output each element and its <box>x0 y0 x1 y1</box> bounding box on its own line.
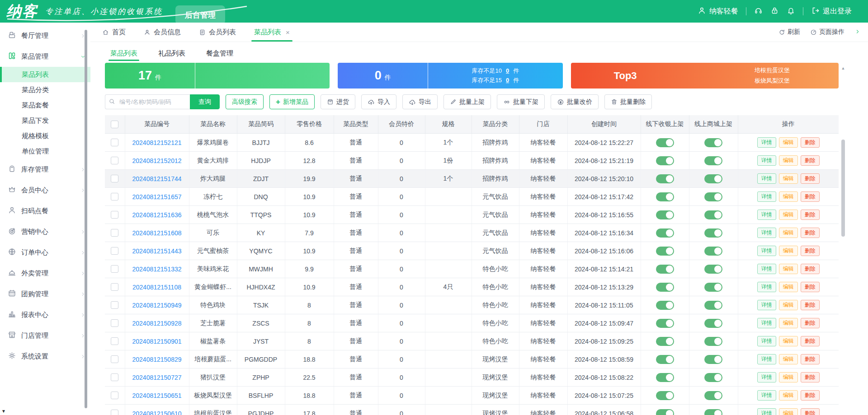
mall-onshelf-toggle[interactable] <box>704 301 722 310</box>
sidebar-item-spec-template[interactable]: 规格模板 <box>0 128 90 144</box>
dish-id-link[interactable]: 20240812150651 <box>132 392 181 399</box>
support-button[interactable] <box>754 6 763 17</box>
delete-button[interactable]: 删除 <box>801 282 820 293</box>
row-checkbox[interactable] <box>111 139 118 146</box>
tab-member-list[interactable]: 会员列表 <box>190 23 245 42</box>
dish-id-link[interactable]: 20240812151443 <box>132 247 181 255</box>
row-checkbox[interactable] <box>111 319 118 327</box>
pos-onshelf-toggle[interactable] <box>656 355 674 364</box>
page-ops-expand-button[interactable] <box>854 28 861 36</box>
delete-button[interactable]: 删除 <box>801 137 820 148</box>
delete-button[interactable]: 删除 <box>801 300 820 311</box>
mall-onshelf-toggle[interactable] <box>704 355 722 364</box>
row-checkbox[interactable] <box>111 175 118 182</box>
sidebar-item-dish-combo[interactable]: 菜品套餐 <box>0 98 90 113</box>
edit-button[interactable]: 编辑 <box>779 246 798 256</box>
edit-button[interactable]: 编辑 <box>779 228 798 238</box>
edit-button[interactable]: 编辑 <box>779 354 798 365</box>
sidebar-item-order-center[interactable]: 订单中心 <box>0 242 90 263</box>
row-checkbox[interactable] <box>111 392 118 399</box>
notifications-button[interactable] <box>787 6 795 17</box>
sidebar-item-store-manage[interactable]: 门店管理 <box>0 325 90 346</box>
sidebar-item-unit-manage[interactable]: 单位管理 <box>0 144 90 159</box>
tab-home[interactable]: 首页 <box>93 23 135 42</box>
delete-button[interactable]: 删除 <box>801 228 820 238</box>
row-checkbox[interactable] <box>111 337 118 345</box>
sidebar-item-dish-list[interactable]: 菜品列表 <box>0 67 90 82</box>
row-checkbox[interactable] <box>111 410 118 415</box>
query-button[interactable]: 查询 <box>190 94 220 109</box>
advanced-search-button[interactable]: 高级搜索 <box>226 94 264 109</box>
detail-button[interactable]: 详情 <box>757 336 776 347</box>
pos-onshelf-toggle[interactable] <box>656 138 674 147</box>
detail-button[interactable]: 详情 <box>757 155 776 166</box>
stock-alert-count-link[interactable]: 0 <box>502 66 513 75</box>
detail-button[interactable]: 详情 <box>757 264 776 275</box>
sidebar-item-marketing[interactable]: 营销中心 <box>0 221 90 242</box>
pos-onshelf-toggle[interactable] <box>656 156 674 165</box>
edit-button[interactable]: 编辑 <box>779 155 798 166</box>
mall-onshelf-toggle[interactable] <box>704 247 722 256</box>
edit-button[interactable]: 编辑 <box>779 191 798 202</box>
edit-button[interactable]: 编辑 <box>779 173 798 184</box>
pos-onshelf-toggle[interactable] <box>656 391 674 400</box>
purchase-button[interactable]: 进货 <box>321 94 355 109</box>
edit-button[interactable]: 编辑 <box>779 372 798 383</box>
sidebar-item-dish-manage[interactable]: 菜品管理 <box>0 46 90 67</box>
subtab-dish-list[interactable]: 菜品列表 <box>110 49 137 63</box>
admin-nav-button[interactable]: 后台管理 <box>175 5 225 24</box>
sidebar-scrollbar[interactable] <box>85 30 87 408</box>
edit-button[interactable]: 编辑 <box>779 282 798 293</box>
pos-onshelf-toggle[interactable] <box>656 192 674 201</box>
dish-id-link[interactable]: 20240812152012 <box>132 157 181 164</box>
search-input[interactable] <box>105 94 190 109</box>
add-dish-button[interactable]: + 新增菜品 <box>269 94 315 109</box>
mall-onshelf-toggle[interactable] <box>704 337 722 346</box>
detail-button[interactable]: 详情 <box>757 408 776 415</box>
batch-onshelf-button[interactable]: 批量上架 <box>443 94 491 109</box>
mall-onshelf-toggle[interactable] <box>704 409 722 415</box>
sidebar-item-inventory[interactable]: 库存管理 <box>0 159 90 180</box>
dish-id-link[interactable]: 20240812150610 <box>132 410 181 415</box>
mall-onshelf-toggle[interactable] <box>704 156 722 165</box>
lock-screen-button[interactable] <box>770 6 779 17</box>
dish-id-link[interactable]: 20240812151608 <box>132 229 181 237</box>
delete-button[interactable]: 删除 <box>801 210 820 220</box>
mall-onshelf-toggle[interactable] <box>704 192 722 201</box>
row-checkbox[interactable] <box>111 373 118 381</box>
edit-button[interactable]: 编辑 <box>779 390 798 401</box>
pos-onshelf-toggle[interactable] <box>656 247 674 256</box>
close-icon[interactable]: × <box>286 29 290 36</box>
mall-onshelf-toggle[interactable] <box>704 174 722 183</box>
stock-alert-count-link[interactable]: 0 <box>502 76 513 85</box>
sidebar-item-reports[interactable]: 报表中心 <box>0 304 90 325</box>
detail-button[interactable]: 详情 <box>757 300 776 311</box>
batch-offshelf-button[interactable]: 批量下架 <box>497 94 545 109</box>
page-ops-button[interactable]: 页面操作 <box>810 28 844 36</box>
dish-id-link[interactable]: 20240812150928 <box>132 320 181 327</box>
row-checkbox[interactable] <box>111 301 118 309</box>
dish-id-link[interactable]: 20240812150949 <box>132 302 181 309</box>
row-checkbox[interactable] <box>111 283 118 291</box>
tab-member-info[interactable]: 会员信息 <box>135 23 190 42</box>
detail-button[interactable]: 详情 <box>757 228 776 238</box>
import-button[interactable]: 导入 <box>361 94 396 109</box>
delete-button[interactable]: 删除 <box>801 372 820 383</box>
sidebar-item-dish-category[interactable]: 菜品分类 <box>0 82 90 98</box>
dish-id-link[interactable]: 20240812150829 <box>132 356 181 363</box>
detail-button[interactable]: 详情 <box>757 246 776 256</box>
sidebar-item-settings[interactable]: 系统设置 <box>0 346 90 367</box>
current-store-button[interactable]: 纳客轻餐 <box>698 6 738 17</box>
dish-id-link[interactable]: 20240812150727 <box>132 374 181 381</box>
detail-button[interactable]: 详情 <box>757 137 776 148</box>
delete-button[interactable]: 删除 <box>801 246 820 256</box>
detail-button[interactable]: 详情 <box>757 318 776 329</box>
row-checkbox[interactable] <box>111 157 118 164</box>
detail-button[interactable]: 详情 <box>757 390 776 401</box>
pos-onshelf-toggle[interactable] <box>656 283 674 292</box>
delete-button[interactable]: 删除 <box>801 390 820 401</box>
mall-onshelf-toggle[interactable] <box>704 265 722 274</box>
dish-id-link[interactable]: 20240812151636 <box>132 211 181 219</box>
refresh-button[interactable]: 刷新 <box>778 28 800 36</box>
dish-id-link[interactable]: 20240812151108 <box>132 284 181 291</box>
